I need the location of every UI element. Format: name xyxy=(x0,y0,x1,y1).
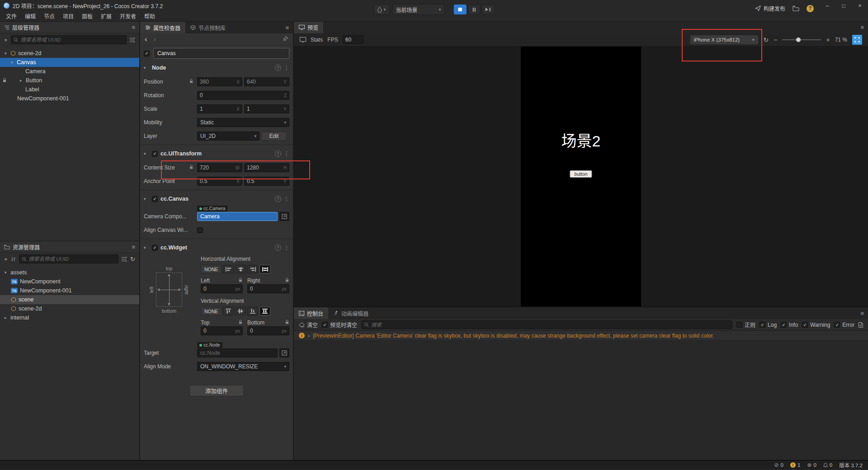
menu-extension[interactable]: 扩展 xyxy=(97,11,116,21)
gizmo-dropdown[interactable] xyxy=(374,4,390,15)
warning-checkbox[interactable] xyxy=(802,322,808,328)
widget-left-input[interactable]: 0px xyxy=(201,284,243,293)
expand-arrow-icon[interactable] xyxy=(5,51,10,56)
lock-icon[interactable] xyxy=(2,78,7,84)
expand-arrow-icon[interactable] xyxy=(11,60,17,65)
log-file-icon[interactable] xyxy=(859,322,863,328)
zoom-slider-knob[interactable] xyxy=(796,38,801,42)
maximize-button[interactable]: □ xyxy=(835,0,852,12)
content-width-input[interactable]: 720W xyxy=(197,163,242,172)
collapse-icon[interactable] xyxy=(144,66,149,70)
node-section-header[interactable]: Node ? xyxy=(144,63,289,72)
console-menu-icon[interactable] xyxy=(860,307,868,319)
more-icon[interactable] xyxy=(284,65,289,71)
align-canvas-checkbox[interactable] xyxy=(197,227,203,233)
zoom-in-icon[interactable]: + xyxy=(826,36,830,43)
add-component-button[interactable]: 添加组件 xyxy=(189,385,244,396)
zoom-out-icon[interactable]: − xyxy=(774,36,777,43)
filter-warning-toggle[interactable]: Warning xyxy=(802,322,830,328)
asset-scene[interactable]: scene xyxy=(0,295,139,304)
help-icon[interactable]: ? xyxy=(275,196,281,202)
tree-node-newcomponent-001[interactable]: NewComponent-001 xyxy=(0,94,139,103)
collapse-icon[interactable] xyxy=(144,245,149,250)
menu-project[interactable]: 项目 xyxy=(59,11,78,21)
collapse-icon[interactable] xyxy=(144,197,149,201)
close-button[interactable]: × xyxy=(852,0,868,12)
menu-file[interactable]: 文件 xyxy=(2,11,21,21)
scale-x-input[interactable]: 1X xyxy=(197,104,242,113)
v-align-none-button[interactable]: NONE xyxy=(201,307,222,315)
device-icon[interactable] xyxy=(300,37,306,42)
inspector-menu-icon[interactable] xyxy=(285,22,293,33)
warning-counter[interactable]: ! 1 xyxy=(790,462,800,468)
filter-icon[interactable] xyxy=(130,38,135,42)
clear-console-button[interactable]: 清空 xyxy=(299,321,318,329)
h-align-right-button[interactable] xyxy=(247,265,258,273)
more-icon[interactable] xyxy=(284,196,289,202)
asset-folder-assets[interactable]: assets xyxy=(0,268,139,277)
asset-folder-internal[interactable]: internal xyxy=(0,313,139,322)
regex-checkbox[interactable] xyxy=(736,322,742,328)
asset-newcomponent[interactable]: TS NewComponent xyxy=(0,277,139,286)
filter-info-toggle[interactable]: Info xyxy=(781,322,798,328)
tab-animation-editor[interactable]: 动画编辑器 xyxy=(328,307,373,319)
v-align-bottom-button[interactable] xyxy=(247,307,258,315)
widget-top-input[interactable]: 0px xyxy=(201,326,243,335)
tree-node-scene-2d[interactable]: scene-2d xyxy=(0,49,139,58)
expand-message-icon[interactable]: › xyxy=(308,333,310,339)
console-message-row[interactable]: ! › [PreviewInEditor] Camera 'Editor Cam… xyxy=(294,331,868,341)
log-checkbox[interactable] xyxy=(760,322,765,328)
hierarchy-search-input[interactable] xyxy=(21,37,124,42)
mobility-dropdown[interactable]: Static xyxy=(197,118,289,127)
camera-picker-button[interactable] xyxy=(279,212,289,221)
step-button[interactable] xyxy=(481,5,494,14)
tree-node-camera[interactable]: Camera xyxy=(0,67,139,76)
node-active-checkbox[interactable] xyxy=(144,51,150,56)
collapse-arrow-icon[interactable] xyxy=(5,315,10,320)
h-align-stretch-button[interactable] xyxy=(259,265,270,273)
widget-right-input[interactable]: 0px xyxy=(247,284,289,293)
more-icon[interactable] xyxy=(284,244,289,251)
v-align-middle-button[interactable] xyxy=(235,307,246,315)
preview-menu-icon[interactable] xyxy=(860,22,868,33)
uitransform-section-header[interactable]: cc.UITransform ? xyxy=(144,149,289,158)
error-counter[interactable]: ⊗ 0 xyxy=(807,462,816,468)
h-align-left-button[interactable] xyxy=(223,265,234,273)
pause-button[interactable] xyxy=(467,5,480,14)
build-publish-button[interactable]: 构建发布 xyxy=(755,5,785,12)
sort-icon[interactable] xyxy=(11,257,16,262)
error-checkbox[interactable] xyxy=(834,322,840,328)
help-icon[interactable]: ? xyxy=(275,244,281,251)
asset-scene-2d[interactable]: scene-2d xyxy=(0,304,139,313)
camera-reference-field[interactable]: Camera xyxy=(197,212,278,221)
tree-node-label[interactable]: Label xyxy=(0,85,139,94)
uitransform-enabled-checkbox[interactable] xyxy=(152,151,158,157)
minimize-button[interactable]: – xyxy=(819,0,835,12)
tab-prefab-library[interactable]: 节点预制库 xyxy=(185,22,231,33)
lock-icon[interactable] xyxy=(238,320,243,326)
tree-node-button[interactable]: Button xyxy=(0,76,139,85)
zoom-slider[interactable] xyxy=(782,39,821,40)
lock-icon[interactable] xyxy=(238,277,243,284)
help-icon[interactable]: ? xyxy=(807,5,814,12)
regex-toggle[interactable]: 正则 xyxy=(736,321,755,329)
console-search[interactable] xyxy=(361,320,732,329)
help-icon[interactable]: ? xyxy=(275,150,281,157)
device-dropdown[interactable]: iPhone X (375x812) xyxy=(690,35,759,45)
build-folder-icon[interactable] xyxy=(793,5,799,11)
forward-icon[interactable]: › xyxy=(153,36,156,43)
notification-counter[interactable]: 0 xyxy=(823,462,832,468)
widget-section-header[interactable]: cc.Widget ? xyxy=(144,243,289,252)
target-picker-button[interactable] xyxy=(279,348,289,357)
play-button[interactable] xyxy=(453,5,466,14)
menu-help[interactable]: 帮助 xyxy=(140,11,159,21)
lock-icon[interactable] xyxy=(285,320,289,326)
pin-icon[interactable] xyxy=(283,36,288,43)
assets-search-input[interactable] xyxy=(29,256,116,262)
clear-on-preview-toggle[interactable]: 预览时清空 xyxy=(322,321,357,329)
v-align-top-button[interactable] xyxy=(223,307,234,315)
asset-newcomponent-001[interactable]: TS NewComponent-001 xyxy=(0,286,139,295)
lock-icon[interactable] xyxy=(189,79,193,85)
rotation-z-input[interactable]: 0Z xyxy=(197,91,289,100)
v-align-stretch-button[interactable] xyxy=(259,307,270,315)
